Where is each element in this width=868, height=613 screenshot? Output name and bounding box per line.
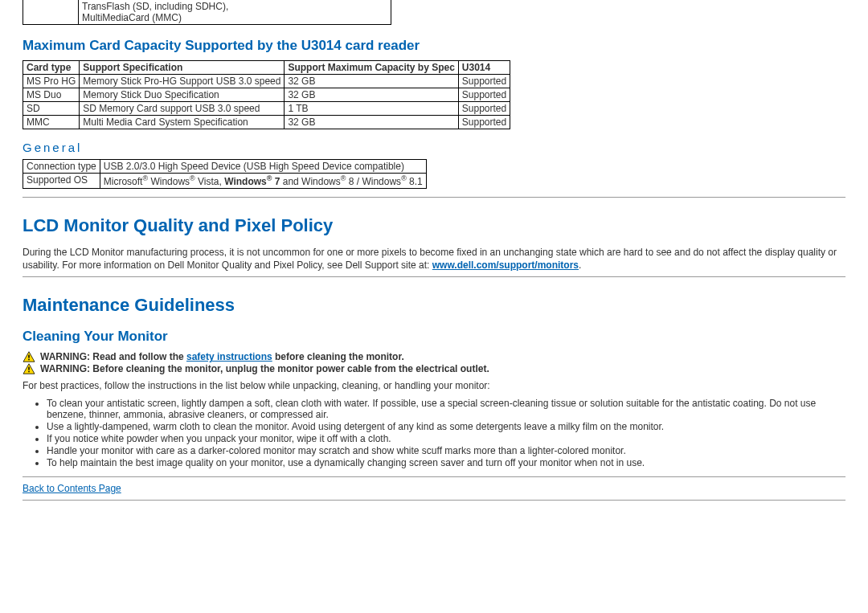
general-heading: General (23, 141, 845, 154)
cell-label: Supported OS (23, 174, 100, 189)
card-capacity-heading: Maximum Card Capacity Supported by the U… (23, 38, 845, 54)
cell: SD Memory Card support USB 3.0 speed (80, 102, 285, 116)
cleaning-subheading: Cleaning Your Monitor (23, 329, 845, 345)
cell: 1 TB (285, 102, 458, 116)
fragment-left-cell (23, 0, 79, 25)
cell: 32 GB (285, 116, 458, 129)
cell-label: Connection type (23, 160, 100, 174)
support-monitors-link[interactable]: www.dell.com/support/monitors (432, 260, 579, 271)
safety-instructions-link[interactable]: safety instructions (186, 351, 272, 362)
warning-1-text: WARNING: Read and follow the safety inst… (40, 351, 404, 362)
table-row: Supported OS Microsoft® Windows® Vista, … (23, 174, 427, 189)
cell-value: Microsoft® Windows® Vista, Windows® 7 an… (100, 174, 426, 189)
card-capacity-table: Card type Support Specification Support … (23, 60, 510, 129)
list-item: To help maintain the best image quality … (47, 457, 845, 468)
cell: Supported (458, 88, 510, 102)
maintenance-heading: Maintenance Guideliness (23, 295, 845, 316)
fragment-right-cell: TransFlash (SD, including SDHC), MultiMe… (79, 0, 391, 25)
warning-triangle-icon (23, 363, 35, 374)
svg-rect-4 (28, 367, 30, 370)
os-text: Windows (224, 176, 267, 187)
cell-value: USB 2.0/3.0 High Speed Device (USB High … (100, 160, 426, 174)
fragment-text-line2: MultiMediaCard (MMC) (82, 12, 387, 23)
list-item: Use a lightly-dampened, warm cloth to cl… (47, 421, 845, 432)
fragment-text-line1: TransFlash (SD, including SDHC), (82, 1, 387, 12)
os-text: Vista, (195, 176, 224, 187)
cell: MMC (23, 116, 80, 129)
maintenance-intro: For best practices, follow the instructi… (23, 379, 845, 392)
divider (23, 500, 845, 501)
th-max-capacity: Support Maximum Capacity by Spec (285, 61, 458, 75)
warning-row-2: WARNING: Before cleaning the monitor, un… (23, 363, 845, 374)
pixel-policy-heading: LCD Monitor Quality and Pixel Policy (23, 215, 845, 236)
cell: Supported (458, 116, 510, 129)
svg-rect-2 (28, 359, 30, 361)
os-text: 7 (272, 176, 280, 187)
pixel-policy-body: During the LCD Monitor manufacturing pro… (23, 246, 845, 272)
warn-text: WARNING: Read and follow the (40, 351, 186, 362)
warn-text: before cleaning the monitor. (272, 351, 404, 362)
cell: Multi Media Card System Specification (80, 116, 285, 129)
th-u3014: U3014 (458, 61, 510, 75)
divider (23, 476, 845, 477)
warning-2-text: WARNING: Before cleaning the monitor, un… (40, 363, 489, 374)
os-text: Windows (148, 176, 190, 187)
th-support-spec: Support Specification (80, 61, 285, 75)
table-row: MMC Multi Media Card System Specificatio… (23, 116, 510, 129)
divider (23, 276, 845, 277)
os-text: 8 / Windows (346, 176, 401, 187)
general-table: Connection type USB 2.0/3.0 High Speed D… (23, 159, 427, 189)
pixel-policy-text-post: . (579, 260, 581, 271)
warn-text: WARNING: Before cleaning the monitor, un… (40, 363, 489, 374)
registered-mark-icon: ® (190, 174, 195, 182)
os-text: and Windows (280, 176, 340, 187)
os-text: Microsoft (104, 176, 143, 187)
divider (23, 197, 845, 198)
table-row: MS Duo Memory Stick Duo Specification 32… (23, 88, 510, 102)
cell: MS Pro HG (23, 75, 80, 88)
cell: Supported (458, 102, 510, 116)
th-card-type: Card type (23, 61, 80, 75)
back-to-contents-link[interactable]: Back to Contents Page (23, 483, 121, 494)
table-header-row: Card type Support Specification Support … (23, 61, 510, 75)
fragment-table-row: TransFlash (SD, including SDHC), MultiMe… (23, 0, 845, 25)
list-item: To clean your antistatic screen, lightly… (47, 398, 845, 420)
cell: SD (23, 102, 80, 116)
table-row: MS Pro HG Memory Stick Pro-HG Support US… (23, 75, 510, 88)
table-row: Connection type USB 2.0/3.0 High Speed D… (23, 160, 427, 174)
list-item: If you notice white powder when you unpa… (47, 433, 845, 444)
warning-row-1: WARNING: Read and follow the safety inst… (23, 351, 845, 362)
list-item: Handle your monitor with care as a darke… (47, 445, 845, 456)
registered-mark-icon: ® (401, 174, 407, 182)
cell: Memory Stick Duo Specification (80, 88, 285, 102)
os-text: 8.1 (407, 176, 423, 187)
table-row: SD SD Memory Card support USB 3.0 speed … (23, 102, 510, 116)
cell: Supported (458, 75, 510, 88)
pixel-policy-text: During the LCD Monitor manufacturing pro… (23, 247, 837, 271)
svg-rect-1 (28, 355, 30, 358)
svg-rect-5 (28, 371, 30, 373)
warning-triangle-icon (23, 351, 35, 362)
cell: MS Duo (23, 88, 80, 102)
cell: 32 GB (285, 88, 458, 102)
maintenance-bullet-list: To clean your antistatic screen, lightly… (47, 398, 845, 468)
cell: Memory Stick Pro-HG Support USB 3.0 spee… (80, 75, 285, 88)
cell: 32 GB (285, 75, 458, 88)
